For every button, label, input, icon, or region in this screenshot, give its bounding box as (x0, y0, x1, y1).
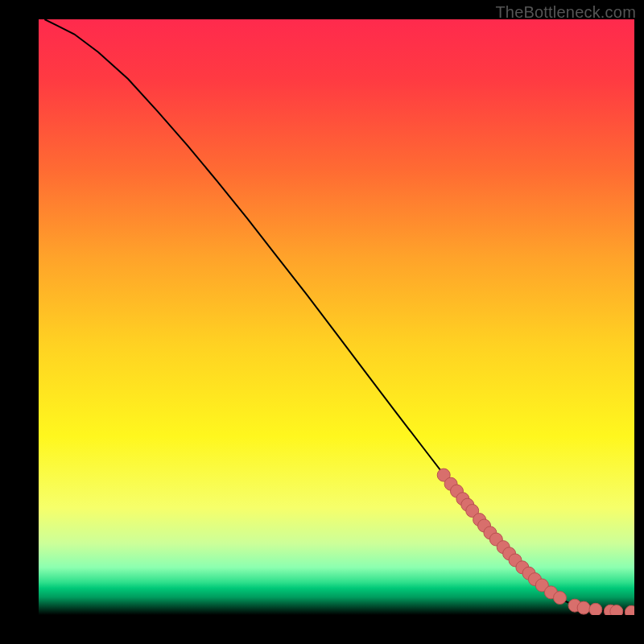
watermark-text: TheBottleneck.com (495, 3, 636, 22)
plot-area (39, 19, 634, 615)
chart-stage: TheBottleneck.com (0, 0, 644, 644)
data-point (554, 592, 567, 605)
gradient-background (39, 19, 634, 615)
data-point (589, 603, 602, 615)
data-point (577, 601, 590, 614)
plot-svg (39, 19, 634, 615)
data-point (610, 605, 623, 615)
